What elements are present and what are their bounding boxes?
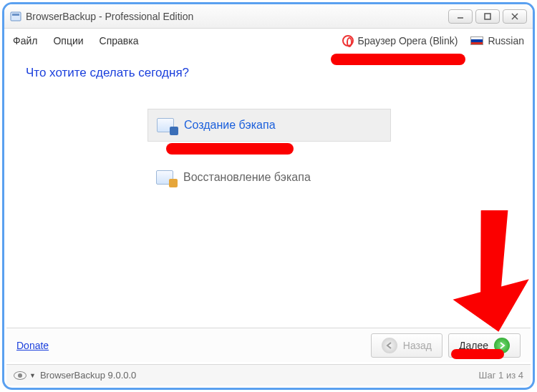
window-title: BrowserBackup - Professional Edition [26, 11, 193, 22]
annotation-highlight [451, 349, 504, 359]
status-app-version: BrowserBackup 9.0.0.0 [40, 370, 136, 381]
maximize-button[interactable] [475, 9, 500, 24]
close-button[interactable] [503, 9, 527, 24]
option-label: Восстановление бэкапа [183, 171, 311, 184]
language-selector[interactable]: Russian [470, 35, 524, 46]
menu-options[interactable]: Опции [53, 35, 83, 46]
app-icon [10, 11, 21, 22]
opera-icon [342, 35, 354, 46]
eye-icon[interactable] [14, 371, 26, 380]
annotation-highlight [166, 143, 294, 155]
titlebar: BrowserBackup - Professional Edition [4, 4, 533, 29]
back-button: Назад [371, 333, 442, 358]
page-heading: Что хотите сделать сегодня? [26, 66, 518, 80]
restore-backup-icon [156, 169, 176, 186]
option-create-backup[interactable]: Создание бэкапа [147, 109, 391, 142]
browser-label: Браузер Opera (Blink) [358, 35, 458, 46]
statusbar: ▼ BrowserBackup 9.0.0.0 Шаг 1 из 4 [6, 364, 531, 386]
menubar: Файл Опции Справка Браузер Opera (Blink)… [4, 29, 533, 53]
svg-rect-0 [11, 12, 21, 21]
chevron-down-icon[interactable]: ▼ [29, 372, 36, 379]
option-restore-backup[interactable]: Восстановление бэкапа [147, 162, 391, 193]
flag-russia-icon [470, 36, 483, 45]
main-panel: Что хотите сделать сегодня? Создание бэк… [4, 53, 533, 325]
menu-file[interactable]: Файл [13, 35, 37, 46]
back-label: Назад [403, 340, 432, 351]
option-label: Создание бэкапа [184, 119, 276, 132]
minimize-button[interactable] [448, 9, 473, 24]
annotation-highlight [331, 54, 465, 65]
menu-help[interactable]: Справка [100, 35, 139, 46]
create-backup-icon [157, 117, 177, 134]
svg-rect-1 [12, 14, 19, 16]
language-label: Russian [488, 35, 524, 46]
step-indicator: Шаг 1 из 4 [479, 370, 523, 381]
arrow-left-icon [382, 338, 397, 353]
browser-selector[interactable]: Браузер Opera (Blink) [342, 35, 458, 46]
donate-link[interactable]: Donate [16, 340, 49, 351]
svg-rect-3 [485, 14, 490, 19]
